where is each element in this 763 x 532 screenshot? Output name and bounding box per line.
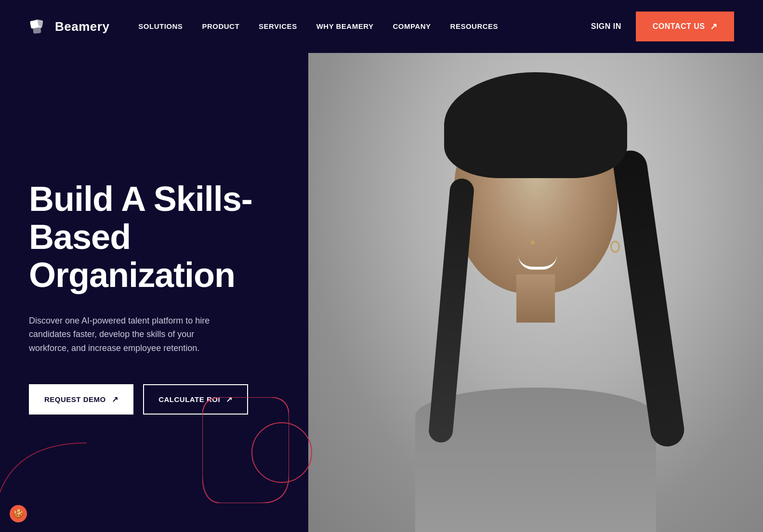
hero-title: Build A Skills-Based Organization xyxy=(29,180,279,295)
navbar-left: Beamery SOLUTIONS PRODUCT SERVICES WHY B… xyxy=(29,16,498,37)
contact-arrow-icon: ↗ xyxy=(710,21,718,32)
nav-item-resources[interactable]: RESOURCES xyxy=(450,22,499,31)
navbar-right: SIGN IN CONTACT US ↗ xyxy=(591,12,734,41)
hero-content: Build A Skills-Based Organization Discov… xyxy=(0,53,308,532)
request-demo-label: REQUEST DEMO xyxy=(44,395,106,403)
beamery-logo-icon xyxy=(29,16,49,37)
request-demo-button[interactable]: REQUEST DEMO ↗ xyxy=(29,384,133,415)
nav-link-resources[interactable]: RESOURCES xyxy=(450,22,499,30)
hero-section: Build A Skills-Based Organization Discov… xyxy=(0,53,763,532)
cookie-emoji: 🍪 xyxy=(13,508,24,519)
nav-link-product[interactable]: PRODUCT xyxy=(202,22,239,30)
hero-photo-area xyxy=(308,53,763,532)
hero-portrait xyxy=(308,53,763,532)
portrait-hair xyxy=(444,72,627,178)
portrait-earring xyxy=(610,241,620,253)
nav-link-solutions[interactable]: SOLUTIONS xyxy=(138,22,183,30)
nav-links-list: SOLUTIONS PRODUCT SERVICES WHY BEAMERY C… xyxy=(138,22,498,31)
contact-us-button[interactable]: CONTACT US ↗ xyxy=(636,12,734,41)
svg-rect-2 xyxy=(33,26,41,34)
brand-name: Beamery xyxy=(55,19,109,34)
svg-point-3 xyxy=(252,423,312,482)
nav-item-solutions[interactable]: SOLUTIONS xyxy=(138,22,183,31)
logo-link[interactable]: Beamery xyxy=(29,16,109,37)
navbar: Beamery SOLUTIONS PRODUCT SERVICES WHY B… xyxy=(0,0,763,53)
nav-item-why-beamery[interactable]: WHY BEAMERY xyxy=(316,22,374,31)
nav-link-why-beamery[interactable]: WHY BEAMERY xyxy=(316,22,374,30)
portrait-smile xyxy=(518,255,557,270)
nav-item-company[interactable]: COMPANY xyxy=(393,22,431,31)
nav-link-company[interactable]: COMPANY xyxy=(393,22,431,30)
portrait-neck xyxy=(516,274,555,323)
hero-subtitle: Discover one AI-powered talent platform … xyxy=(29,314,212,355)
nav-item-services[interactable]: SERVICES xyxy=(259,22,297,31)
request-demo-arrow-icon: ↗ xyxy=(112,395,118,404)
nav-link-services[interactable]: SERVICES xyxy=(259,22,297,30)
deco-circle-svg xyxy=(250,421,313,484)
sign-in-link[interactable]: SIGN IN xyxy=(591,22,621,31)
portrait-nose-stud xyxy=(531,241,535,245)
cookie-consent-icon[interactable]: 🍪 xyxy=(10,505,27,522)
nav-item-product[interactable]: PRODUCT xyxy=(202,22,239,31)
contact-btn-label: CONTACT US xyxy=(653,22,705,31)
